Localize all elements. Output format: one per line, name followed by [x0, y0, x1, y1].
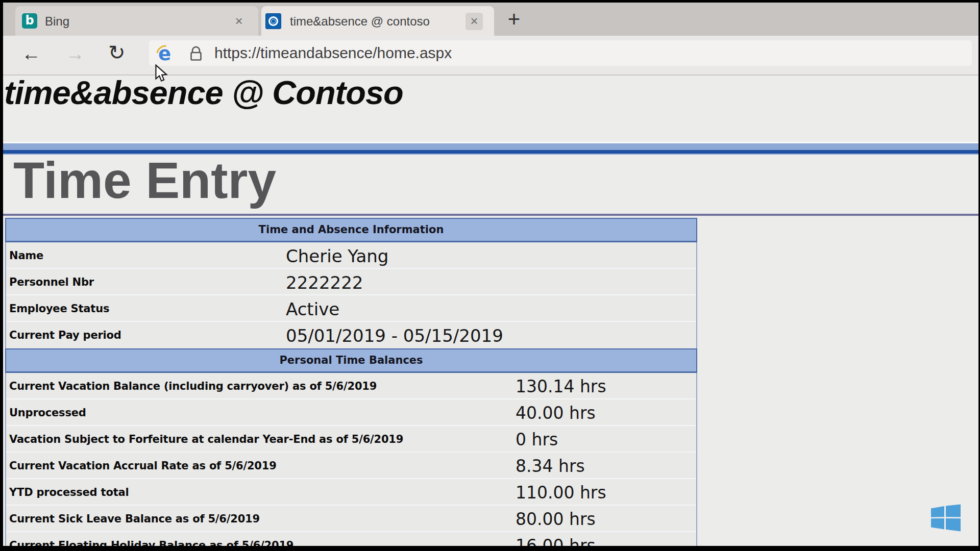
row-value: 110.00 hrs: [516, 479, 606, 507]
screen-edge: [0, 0, 3, 551]
row-value: 40.00 hrs: [516, 399, 596, 427]
tab-title: time&absence @ contoso: [290, 14, 430, 29]
row-value: 2222222: [286, 269, 363, 296]
balances-table-rows: Current Vacation Balance (including carr…: [5, 373, 697, 546]
table-row: Current Vacation Balance (including carr…: [6, 373, 696, 399]
row-value: Cherie Yang: [286, 242, 388, 270]
web-page-content: time&absence @ Contoso Time Entry Time a…: [3, 77, 978, 546]
balances-table-header: Personal Time Balances: [5, 348, 697, 373]
row-value: Active: [286, 295, 339, 323]
windows-logo-icon: [931, 504, 961, 532]
close-icon[interactable]: ×: [230, 13, 248, 30]
timer-icon: [265, 13, 281, 29]
tab-title: Bing: [45, 14, 69, 29]
row-value: 80.00 hrs: [516, 506, 596, 533]
tab-bing[interactable]: b Bing ×: [15, 6, 258, 36]
tab-strip: b Bing × time&absence @ contoso × +: [3, 3, 978, 36]
table-row: Current Floating Holiday Balance as of 5…: [6, 532, 696, 546]
info-table-rows: Name Cherie Yang Personnel Nbr 2222222 E…: [5, 242, 697, 348]
row-value: 05/01/2019 - 05/15/2019: [286, 322, 503, 349]
lock-icon: [189, 45, 203, 64]
back-button[interactable]: ←: [21, 43, 41, 65]
table-row: Personnel Nbr 2222222: [6, 269, 696, 295]
table-row: Current Vacation Accrual Rate as of 5/6/…: [6, 453, 696, 479]
row-value: 0 hrs: [516, 426, 558, 454]
close-icon[interactable]: ×: [465, 13, 483, 30]
mouse-cursor-icon: [155, 64, 170, 86]
table-row: Vacation Subject to Forfeiture at calend…: [6, 426, 696, 453]
row-value: 8.34 hrs: [516, 453, 585, 480]
row-label: Current Floating Holiday Balance as of 5…: [9, 532, 293, 546]
table-row: Current Sick Leave Balance as of 5/6/201…: [6, 506, 696, 532]
row-label: Employee Status: [9, 295, 109, 322]
section-rule: [3, 214, 978, 216]
table-row: Current Pay period 05/01/2019 - 05/15/20…: [6, 322, 696, 348]
row-label: Personnel Nbr: [9, 269, 94, 295]
screen-edge: [0, 0, 980, 3]
table-row: Unprocessed 40.00 hrs: [6, 399, 696, 426]
info-table-header: Time and Absence Information: [5, 218, 697, 242]
bing-icon: b: [22, 13, 37, 29]
table-row: Employee Status Active: [6, 295, 696, 322]
browser-window: b Bing × time&absence @ contoso × + ← → …: [0, 0, 980, 551]
row-value: 16.00 hrs: [516, 532, 596, 546]
row-label: Current Vacation Balance (including carr…: [9, 373, 377, 399]
row-value: 130.14 hrs: [516, 373, 606, 400]
internet-explorer-icon[interactable]: e: [156, 44, 175, 63]
time-absence-table: Time and Absence Information Name Cherie…: [5, 218, 697, 546]
address-bar[interactable]: e https://timeandabsence/home.aspx: [149, 40, 972, 66]
row-label: Current Vacation Accrual Rate as of 5/6/…: [9, 453, 277, 479]
row-label: Current Sick Leave Balance as of 5/6/201…: [9, 506, 260, 532]
new-tab-button[interactable]: +: [503, 9, 525, 31]
table-row: YTD processed total 110.00 hrs: [6, 479, 696, 506]
row-label: Unprocessed: [9, 399, 86, 426]
refresh-button[interactable]: ↻: [108, 41, 126, 64]
row-label: YTD processed total: [9, 479, 129, 506]
page-title: Time Entry: [13, 151, 276, 210]
row-label: Current Pay period: [9, 322, 121, 348]
forward-button[interactable]: →: [65, 43, 85, 65]
table-row: Name Cherie Yang: [6, 242, 696, 269]
navigation-bar: ← → ↻ e https://timeandabsence/home.aspx: [3, 36, 978, 76]
screen-edge: [0, 546, 980, 551]
site-title: time&absence @ Contoso: [4, 77, 403, 112]
row-label: Name: [9, 242, 43, 269]
tab-timeandabsence[interactable]: time&absence @ contoso ×: [261, 6, 494, 36]
row-label: Vacation Subject to Forfeiture at calend…: [9, 426, 403, 453]
url-text[interactable]: https://timeandabsence/home.aspx: [214, 40, 452, 66]
